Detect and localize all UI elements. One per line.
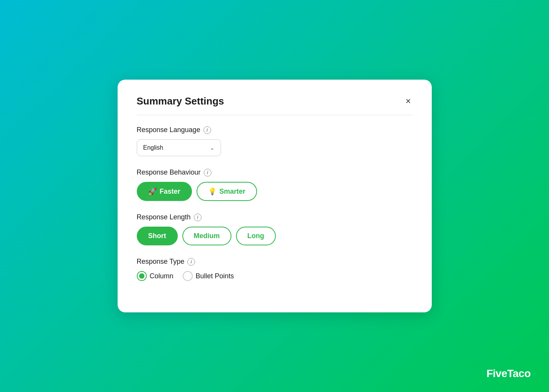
chevron-down-icon: ⌄ [210, 145, 215, 151]
length-button-group: Short Medium Long [137, 227, 413, 245]
response-behaviour-label: Response Behaviour i [137, 168, 413, 176]
response-length-section: Response Length i Short Medium Long [137, 213, 413, 245]
faster-button[interactable]: 🚀 Faster [137, 182, 192, 201]
column-radio-item[interactable]: Column [137, 271, 174, 281]
rocket-icon: 🚀 [148, 187, 157, 196]
long-button[interactable]: Long [236, 227, 276, 245]
response-behaviour-info-icon: i [204, 169, 211, 176]
bullet-points-radio-item[interactable]: Bullet Points [183, 271, 234, 281]
response-language-label: Response Language i [137, 126, 413, 134]
medium-button[interactable]: Medium [182, 227, 231, 245]
short-label: Short [148, 232, 166, 240]
summary-settings-modal: Summary Settings × Response Language i E… [118, 80, 432, 312]
column-radio-circle [137, 271, 147, 281]
bullet-radio-circle [183, 271, 193, 281]
response-type-info-icon: i [187, 258, 195, 266]
bullet-points-label: Bullet Points [196, 272, 234, 280]
close-button[interactable]: × [404, 95, 412, 107]
behaviour-button-group: 🚀 Faster 💡 Smarter [137, 182, 413, 201]
modal-header: Summary Settings × [137, 95, 413, 115]
response-language-section: Response Language i English ⌄ [137, 126, 413, 156]
response-length-info-icon: i [194, 214, 202, 221]
language-selected-value: English [143, 144, 163, 151]
response-type-section: Response Type i Column Bullet Points [137, 258, 413, 281]
smarter-label: Smarter [220, 188, 246, 196]
response-language-info-icon: i [203, 126, 211, 134]
brand-logo: FiveTaco [487, 368, 531, 380]
response-type-label: Response Type i [137, 258, 413, 266]
response-length-label: Response Length i [137, 213, 413, 221]
faster-label: Faster [160, 188, 180, 196]
response-behaviour-section: Response Behaviour i 🚀 Faster 💡 Smarter [137, 168, 413, 201]
smarter-button[interactable]: 💡 Smarter [197, 182, 257, 201]
response-type-radio-group: Column Bullet Points [137, 271, 413, 281]
medium-label: Medium [194, 232, 220, 240]
bulb-icon: 💡 [208, 187, 216, 196]
short-button[interactable]: Short [137, 227, 178, 245]
column-label: Column [150, 272, 174, 280]
language-dropdown[interactable]: English ⌄ [137, 139, 221, 156]
modal-title: Summary Settings [137, 95, 224, 107]
long-label: Long [247, 232, 264, 240]
